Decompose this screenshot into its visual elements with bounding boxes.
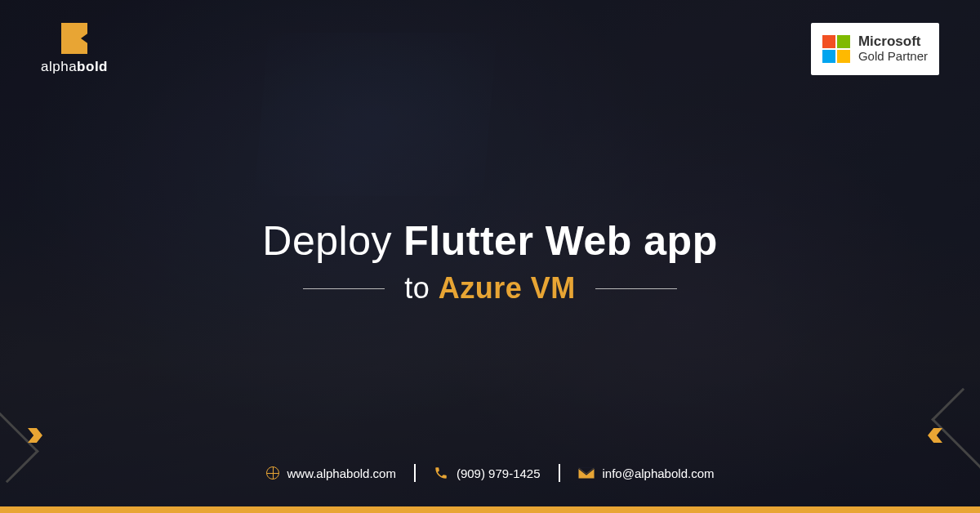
phone-text: (909) 979-1425 — [457, 466, 541, 480]
partner-badge-line2: Gold Partner — [858, 50, 928, 64]
alphabold-icon — [61, 23, 87, 54]
contact-footer: www.alphabold.com (909) 979-1425 info@al… — [0, 464, 980, 513]
microsoft-partner-badge: Microsoft Gold Partner — [811, 23, 939, 75]
separator — [414, 464, 416, 482]
left-decoration — [0, 390, 42, 480]
globe-icon — [266, 466, 279, 480]
microsoft-logo-icon — [822, 35, 850, 63]
headline-line-2-wrap: to Azure VM — [303, 271, 677, 306]
headline-1-bold: Flutter Web app — [403, 218, 717, 264]
headline-2-gold: Azure VM — [439, 271, 576, 305]
headline-line-2: to Azure VM — [404, 271, 576, 306]
headline-line-1: Deploy Flutter Web app — [262, 217, 717, 265]
brand-name-bold: bold — [77, 59, 108, 74]
email-text: info@alphabold.com — [603, 466, 715, 480]
website-contact: www.alphabold.com — [266, 466, 396, 480]
phone-contact: (909) 979-1425 — [434, 466, 541, 480]
mail-icon — [578, 467, 595, 479]
website-text: www.alphabold.com — [287, 466, 396, 480]
alphabold-wordmark: alphabold — [41, 59, 108, 75]
divider-left — [303, 288, 385, 289]
partner-badge-line1: Microsoft — [858, 34, 928, 50]
chevron-left-icon — [928, 428, 942, 443]
separator — [559, 464, 560, 482]
headline-2-white: to — [404, 271, 439, 305]
bottom-accent-bar — [0, 506, 980, 513]
chevron-right-icon — [28, 428, 42, 443]
right-decoration — [928, 390, 980, 480]
alphabold-logo: alphabold — [41, 23, 108, 75]
divider-right — [595, 288, 677, 289]
brand-name-light: alpha — [41, 59, 77, 74]
email-contact: info@alphabold.com — [578, 466, 715, 480]
headline-1-light: Deploy — [262, 218, 403, 264]
phone-icon — [434, 466, 448, 480]
